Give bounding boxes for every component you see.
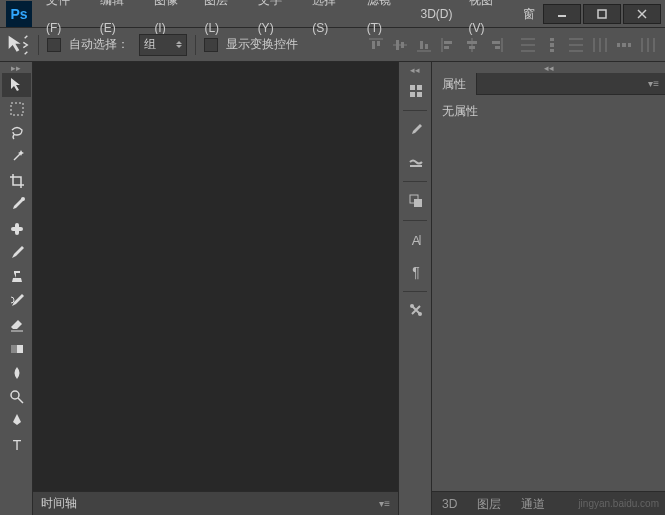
distribute-vcenter-icon[interactable] xyxy=(541,34,563,56)
tab-properties[interactable]: 属性 xyxy=(432,73,477,95)
separator xyxy=(403,181,427,182)
svg-rect-1 xyxy=(598,10,606,18)
move-tool[interactable] xyxy=(2,73,31,97)
dodge-tool[interactable] xyxy=(2,385,31,409)
align-vcenter-icon[interactable] xyxy=(389,34,411,56)
window-controls xyxy=(543,4,665,24)
svg-rect-11 xyxy=(420,41,423,49)
svg-rect-54 xyxy=(417,92,422,97)
auto-select-checkbox[interactable] xyxy=(47,38,61,52)
tab-3d[interactable]: 3D xyxy=(432,492,467,516)
canvas-area: 时间轴 ▾≡ xyxy=(33,62,399,515)
svg-rect-34 xyxy=(617,43,620,47)
crop-tool[interactable] xyxy=(2,169,31,193)
svg-text:T: T xyxy=(12,437,21,453)
type-tool[interactable]: T xyxy=(2,433,31,457)
svg-rect-17 xyxy=(467,41,477,44)
svg-rect-15 xyxy=(444,46,449,49)
brush-tool[interactable] xyxy=(2,241,31,265)
svg-line-49 xyxy=(18,398,23,403)
lasso-tool[interactable] xyxy=(2,121,31,145)
timeline-panel[interactable]: 时间轴 ▾≡ xyxy=(33,491,398,515)
properties-panel-body: 无属性 xyxy=(432,95,665,491)
workspace: ▸▸ T 时间轴 ▾≡ ◂◂ A ¶ xyxy=(0,62,665,515)
svg-rect-52 xyxy=(417,85,422,90)
dropdown-arrows-icon xyxy=(176,41,182,48)
history-brush-tool[interactable] xyxy=(2,289,31,313)
svg-point-60 xyxy=(410,304,414,308)
distribute-bottom-icon[interactable] xyxy=(565,34,587,56)
tool-presets-panel-icon[interactable] xyxy=(401,296,430,326)
separator xyxy=(195,35,196,55)
marquee-tool[interactable] xyxy=(2,97,31,121)
minimize-button[interactable] xyxy=(543,4,581,24)
align-hcenter-icon[interactable] xyxy=(461,34,483,56)
maximize-button[interactable] xyxy=(583,4,621,24)
properties-empty-text: 无属性 xyxy=(442,104,478,118)
svg-text:¶: ¶ xyxy=(412,264,420,280)
svg-rect-5 xyxy=(372,41,375,49)
auto-select-label: 自动选择： xyxy=(69,36,129,53)
toolbox-collapse-handle[interactable]: ▸▸ xyxy=(0,62,32,73)
svg-rect-35 xyxy=(622,43,626,47)
toolbox: ▸▸ T xyxy=(0,62,33,515)
healing-brush-tool[interactable] xyxy=(2,217,31,241)
paragraph-panel-icon[interactable]: ¶ xyxy=(401,257,430,287)
svg-point-61 xyxy=(418,312,422,316)
svg-rect-36 xyxy=(628,43,631,47)
svg-rect-6 xyxy=(377,41,380,46)
collapsed-panels-dock: ◂◂ A ¶ xyxy=(399,62,432,515)
menu-window[interactable]: 窗 xyxy=(515,0,543,28)
distribute-hcenter-icon[interactable] xyxy=(613,34,635,56)
separator xyxy=(403,291,427,292)
svg-rect-12 xyxy=(425,44,428,49)
character-panel-icon[interactable]: A xyxy=(401,225,430,255)
bottom-panel-tabs: 3D 图层 通道 jingyan.baidu.com xyxy=(432,491,665,515)
auto-select-dropdown[interactable]: 组 xyxy=(139,34,187,56)
separator xyxy=(403,220,427,221)
eraser-tool[interactable] xyxy=(2,313,31,337)
distribute-right-icon[interactable] xyxy=(637,34,659,56)
align-bottom-icon[interactable] xyxy=(413,34,435,56)
svg-rect-51 xyxy=(410,85,415,90)
panel-collapse-handle[interactable]: ◂◂ xyxy=(432,62,665,73)
clone-source-panel-icon[interactable] xyxy=(401,186,430,216)
eyedropper-tool[interactable] xyxy=(2,193,31,217)
blur-tool[interactable] xyxy=(2,361,31,385)
menu-select[interactable]: 选择(S) xyxy=(304,0,359,42)
svg-text:A: A xyxy=(411,233,420,248)
show-transform-checkbox[interactable] xyxy=(204,38,218,52)
svg-rect-47 xyxy=(11,345,17,353)
brush-panel-icon[interactable] xyxy=(401,115,430,145)
watermark-text: jingyan.baidu.com xyxy=(578,498,665,509)
distribute-top-icon[interactable] xyxy=(517,34,539,56)
properties-panel-tabs: 属性 ▾≡ xyxy=(432,73,665,95)
dock-collapse-handle[interactable]: ◂◂ xyxy=(399,64,431,75)
svg-rect-53 xyxy=(410,92,415,97)
svg-rect-8 xyxy=(396,40,399,50)
history-panel-icon[interactable] xyxy=(401,76,430,106)
svg-rect-18 xyxy=(469,46,475,49)
timeline-menu-icon[interactable]: ▾≡ xyxy=(379,498,390,509)
app-logo: Ps xyxy=(6,1,32,27)
svg-rect-27 xyxy=(550,49,554,52)
tab-channels[interactable]: 通道 xyxy=(511,492,555,516)
svg-rect-21 xyxy=(495,46,500,49)
clone-stamp-tool[interactable] xyxy=(2,265,31,289)
svg-rect-20 xyxy=(492,41,500,44)
align-right-icon[interactable] xyxy=(485,34,507,56)
distribute-left-icon[interactable] xyxy=(589,34,611,56)
gradient-tool[interactable] xyxy=(2,337,31,361)
align-top-icon[interactable] xyxy=(365,34,387,56)
menu-3d[interactable]: 3D(D) xyxy=(413,0,461,28)
pen-tool[interactable] xyxy=(2,409,31,433)
align-left-icon[interactable] xyxy=(437,34,459,56)
canvas[interactable] xyxy=(33,62,398,491)
panel-menu-icon[interactable]: ▾≡ xyxy=(648,78,665,89)
move-tool-icon xyxy=(6,33,30,57)
magic-wand-tool[interactable] xyxy=(2,145,31,169)
close-button[interactable] xyxy=(623,4,661,24)
brush-presets-panel-icon[interactable] xyxy=(401,147,430,177)
show-transform-label: 显示变换控件 xyxy=(226,36,298,53)
tab-layers[interactable]: 图层 xyxy=(467,492,511,516)
